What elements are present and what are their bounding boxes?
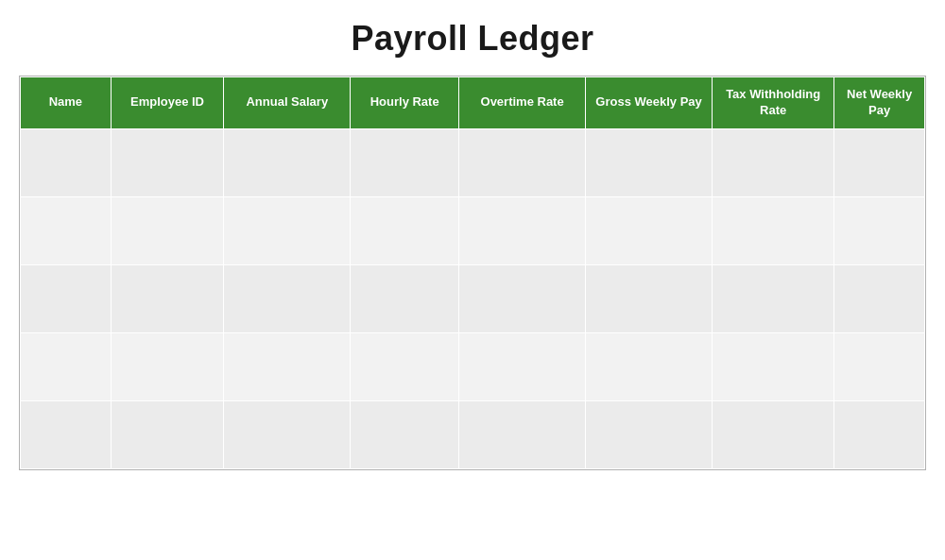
table-cell-r4-c7[interactable] [834,400,925,468]
col-header-gross_weekly_pay: Gross Weekly Pay [586,77,713,129]
col-header-overtime_rate: Overtime Rate [459,77,586,129]
table-row [21,332,925,400]
table-cell-r1-c6[interactable] [713,196,834,264]
table-cell-r3-c7[interactable] [834,332,925,400]
table-cell-r4-c5[interactable] [586,400,713,468]
table-cell-r3-c6[interactable] [713,332,834,400]
table-cell-r0-c2[interactable] [224,128,351,196]
table-cell-r0-c6[interactable] [713,128,834,196]
table-cell-r1-c4[interactable] [459,196,586,264]
table-cell-r4-c2[interactable] [224,400,351,468]
col-header-employee_id: Employee ID [111,77,224,129]
table-cell-r1-c1[interactable] [111,196,224,264]
table-cell-r0-c0[interactable] [21,128,112,196]
table-cell-r1-c3[interactable] [351,196,459,264]
table-cell-r4-c6[interactable] [713,400,834,468]
table-cell-r2-c6[interactable] [713,264,834,332]
table-cell-r3-c2[interactable] [224,332,351,400]
payroll-table-wrapper: NameEmployee IDAnnual SalaryHourly RateO… [19,76,926,470]
payroll-table: NameEmployee IDAnnual SalaryHourly RateO… [20,76,925,469]
table-cell-r0-c5[interactable] [586,128,713,196]
table-cell-r0-c4[interactable] [459,128,586,196]
col-header-name: Name [21,77,112,129]
table-cell-r3-c1[interactable] [111,332,224,400]
table-cell-r1-c7[interactable] [834,196,925,264]
table-cell-r2-c5[interactable] [586,264,713,332]
table-cell-r0-c3[interactable] [351,128,459,196]
table-row [21,196,925,264]
table-row [21,128,925,196]
table-cell-r1-c0[interactable] [21,196,112,264]
col-header-hourly_rate: Hourly Rate [351,77,459,129]
col-header-net_weekly_pay: Net Weekly Pay [834,77,925,129]
col-header-annual_salary: Annual Salary [224,77,351,129]
table-cell-r3-c0[interactable] [21,332,112,400]
page-title: Payroll Ledger [351,19,593,59]
table-cell-r4-c0[interactable] [21,400,112,468]
table-row [21,264,925,332]
table-cell-r2-c2[interactable] [224,264,351,332]
table-cell-r4-c4[interactable] [459,400,586,468]
table-cell-r3-c3[interactable] [351,332,459,400]
table-cell-r2-c7[interactable] [834,264,925,332]
table-cell-r2-c4[interactable] [459,264,586,332]
table-cell-r2-c0[interactable] [21,264,112,332]
table-cell-r1-c5[interactable] [586,196,713,264]
table-header-row: NameEmployee IDAnnual SalaryHourly RateO… [21,77,925,129]
table-cell-r4-c3[interactable] [351,400,459,468]
table-cell-r3-c5[interactable] [586,332,713,400]
table-cell-r3-c4[interactable] [459,332,586,400]
table-cell-r0-c7[interactable] [834,128,925,196]
table-cell-r4-c1[interactable] [111,400,224,468]
table-cell-r1-c2[interactable] [224,196,351,264]
table-row [21,400,925,468]
table-cell-r2-c1[interactable] [111,264,224,332]
table-cell-r2-c3[interactable] [351,264,459,332]
table-cell-r0-c1[interactable] [111,128,224,196]
col-header-tax_withholding_rate: Tax Withholding Rate [713,77,834,129]
